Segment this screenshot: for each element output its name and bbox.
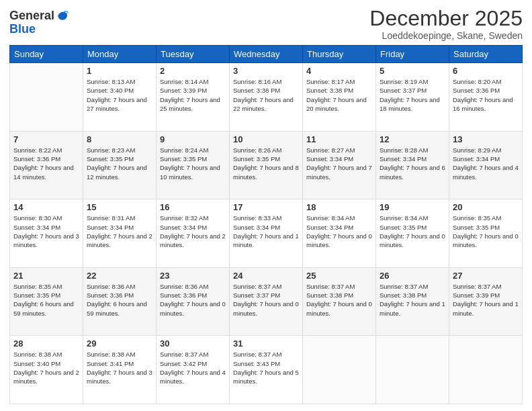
daylight-text: Daylight: 7 hours and 0 minutes.: [160, 300, 226, 318]
daylight-text: Daylight: 7 hours and 4 minutes.: [453, 163, 519, 181]
calendar-cell: 22 Sunrise: 8:36 AM Sunset: 3:36 PM Dayl…: [83, 267, 157, 336]
calendar-cell: 5 Sunrise: 8:19 AM Sunset: 3:37 PM Dayli…: [376, 63, 449, 132]
daylight-text: Daylight: 7 hours and 10 minutes.: [160, 163, 226, 181]
day-number: 11: [306, 134, 372, 144]
daylight-text: Daylight: 7 hours and 1 minute.: [453, 300, 519, 318]
day-number: 28: [13, 338, 79, 349]
sunset-text: Sunset: 3:41 PM: [87, 359, 152, 368]
calendar-cell: 13 Sunrise: 8:29 AM Sunset: 3:34 PM Dayl…: [449, 131, 523, 199]
day-number: 31: [233, 338, 299, 349]
sunset-text: Sunset: 3:38 PM: [233, 86, 299, 95]
calendar-cell: 12 Sunrise: 8:28 AM Sunset: 3:34 PM Dayl…: [376, 131, 449, 199]
calendar-cell: 3 Sunrise: 8:16 AM Sunset: 3:38 PM Dayli…: [230, 63, 303, 132]
calendar-week-3: 14 Sunrise: 8:30 AM Sunset: 3:34 PM Dayl…: [10, 199, 523, 268]
calendar-cell: 15 Sunrise: 8:31 AM Sunset: 3:34 PM Dayl…: [83, 199, 157, 268]
sunset-text: Sunset: 3:38 PM: [380, 291, 445, 300]
daylight-text: Daylight: 7 hours and 0 minutes.: [306, 300, 372, 318]
day-number: 17: [233, 202, 299, 212]
title-block: December 2025 Loeddekoepinge, Skane, Swe…: [369, 7, 523, 41]
sunrise-text: Sunrise: 8:29 AM: [453, 146, 519, 154]
daylight-text: Daylight: 7 hours and 1 minute.: [380, 300, 445, 318]
day-number: 22: [87, 271, 152, 281]
sunrise-text: Sunrise: 8:35 AM: [453, 214, 519, 222]
daylight-text: Daylight: 7 hours and 27 minutes.: [87, 95, 152, 113]
day-number: 21: [13, 271, 79, 281]
day-number: 25: [306, 271, 372, 281]
sunset-text: Sunset: 3:36 PM: [13, 154, 79, 163]
col-friday: Friday: [376, 46, 449, 63]
sunset-text: Sunset: 3:36 PM: [87, 291, 152, 300]
sunset-text: Sunset: 3:42 PM: [160, 359, 226, 368]
day-number: 20: [453, 202, 519, 212]
day-number: 6: [453, 66, 519, 76]
sunset-text: Sunset: 3:36 PM: [453, 86, 519, 95]
calendar-cell: 30 Sunrise: 8:37 AM Sunset: 3:42 PM Dayl…: [157, 336, 230, 404]
sunrise-text: Sunrise: 8:23 AM: [87, 146, 152, 154]
page: General Blue December 2025 Loeddekoeping…: [0, 0, 532, 411]
day-number: 14: [13, 202, 79, 212]
calendar-cell: 18 Sunrise: 8:34 AM Sunset: 3:34 PM Dayl…: [303, 199, 376, 268]
day-number: 16: [160, 202, 226, 212]
calendar-week-4: 21 Sunrise: 8:35 AM Sunset: 3:35 PM Dayl…: [10, 267, 523, 336]
daylight-text: Daylight: 7 hours and 25 minutes.: [160, 95, 226, 113]
day-number: 8: [87, 134, 152, 144]
daylight-text: Daylight: 7 hours and 20 minutes.: [306, 95, 372, 113]
calendar-cell: 6 Sunrise: 8:20 AM Sunset: 3:36 PM Dayli…: [449, 63, 523, 132]
day-number: 9: [160, 134, 226, 144]
calendar-cell: 24 Sunrise: 8:37 AM Sunset: 3:37 PM Dayl…: [230, 267, 303, 336]
day-number: 29: [87, 338, 152, 349]
sunrise-text: Sunrise: 8:38 AM: [13, 350, 79, 359]
sunset-text: Sunset: 3:34 PM: [306, 223, 372, 232]
sunrise-text: Sunrise: 8:32 AM: [160, 214, 226, 222]
sunset-text: Sunset: 3:35 PM: [160, 154, 226, 163]
daylight-text: Daylight: 7 hours and 7 minutes.: [306, 163, 372, 181]
sunrise-text: Sunrise: 8:38 AM: [87, 350, 152, 359]
calendar-header-row: Sunday Monday Tuesday Wednesday Thursday…: [10, 46, 523, 63]
sunrise-text: Sunrise: 8:14 AM: [160, 77, 226, 86]
calendar-cell: 31 Sunrise: 8:37 AM Sunset: 3:43 PM Dayl…: [230, 336, 303, 404]
calendar-cell: 10 Sunrise: 8:26 AM Sunset: 3:35 PM Dayl…: [230, 131, 303, 199]
daylight-text: Daylight: 7 hours and 4 minutes.: [160, 368, 226, 386]
day-number: 18: [306, 202, 372, 212]
sunrise-text: Sunrise: 8:19 AM: [380, 77, 445, 86]
sunrise-text: Sunrise: 8:31 AM: [87, 214, 152, 222]
sunrise-text: Sunrise: 8:20 AM: [453, 77, 519, 86]
sunrise-text: Sunrise: 8:34 AM: [306, 214, 372, 222]
calendar-cell: 17 Sunrise: 8:33 AM Sunset: 3:34 PM Dayl…: [230, 199, 303, 268]
daylight-text: Daylight: 7 hours and 2 minutes.: [13, 368, 79, 386]
calendar-cell: 4 Sunrise: 8:17 AM Sunset: 3:38 PM Dayli…: [303, 63, 376, 132]
daylight-text: Daylight: 7 hours and 14 minutes.: [13, 163, 79, 181]
calendar-cell: 8 Sunrise: 8:23 AM Sunset: 3:35 PM Dayli…: [83, 131, 157, 199]
day-number: 23: [160, 271, 226, 281]
daylight-text: Daylight: 7 hours and 2 minutes.: [160, 232, 226, 250]
calendar-cell: 19 Sunrise: 8:34 AM Sunset: 3:35 PM Dayl…: [376, 199, 449, 268]
sunset-text: Sunset: 3:34 PM: [160, 223, 226, 232]
daylight-text: Daylight: 7 hours and 12 minutes.: [87, 163, 152, 181]
day-number: 3: [233, 66, 299, 76]
calendar-cell: 27 Sunrise: 8:37 AM Sunset: 3:39 PM Dayl…: [449, 267, 523, 336]
sunset-text: Sunset: 3:39 PM: [453, 291, 519, 300]
day-number: 19: [380, 202, 445, 212]
sunrise-text: Sunrise: 8:33 AM: [233, 214, 299, 222]
daylight-text: Daylight: 7 hours and 1 minute.: [233, 232, 299, 250]
sunrise-text: Sunrise: 8:27 AM: [306, 146, 372, 154]
logo-general-text: General: [9, 9, 54, 23]
daylight-text: Daylight: 7 hours and 6 minutes.: [380, 163, 445, 181]
sunrise-text: Sunrise: 8:17 AM: [306, 77, 372, 86]
calendar-cell: 20 Sunrise: 8:35 AM Sunset: 3:35 PM Dayl…: [449, 199, 523, 268]
day-number: 26: [380, 271, 445, 281]
day-number: 7: [13, 134, 79, 144]
calendar-week-5: 28 Sunrise: 8:38 AM Sunset: 3:40 PM Dayl…: [10, 336, 523, 404]
day-number: 12: [380, 134, 445, 144]
sunset-text: Sunset: 3:40 PM: [13, 359, 79, 368]
daylight-text: Daylight: 7 hours and 16 minutes.: [453, 95, 519, 113]
calendar-cell: [376, 336, 449, 404]
calendar-week-1: 1 Sunrise: 8:13 AM Sunset: 3:40 PM Dayli…: [10, 63, 523, 132]
daylight-text: Daylight: 7 hours and 0 minutes.: [306, 232, 372, 250]
logo-icon: [56, 9, 69, 22]
daylight-text: Daylight: 7 hours and 0 minutes.: [453, 232, 519, 250]
month-title: December 2025: [369, 7, 523, 30]
sunrise-text: Sunrise: 8:24 AM: [160, 146, 226, 154]
sunset-text: Sunset: 3:35 PM: [13, 291, 79, 300]
day-number: 10: [233, 134, 299, 144]
